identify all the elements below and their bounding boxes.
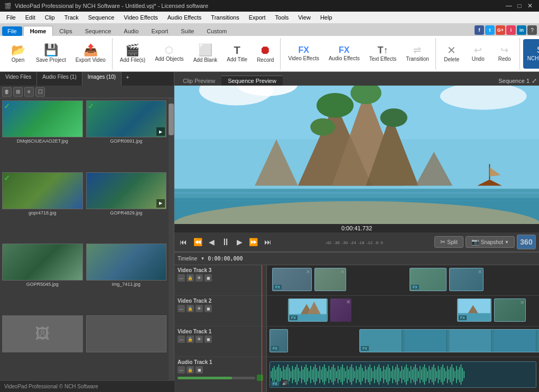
- tab-video-files[interactable]: Video Files: [0, 72, 37, 86]
- media-item-8[interactable]: [86, 315, 167, 379]
- track3-clip2-close[interactable]: ✕: [340, 269, 345, 275]
- track3-clip1-close[interactable]: ✕: [306, 269, 310, 275]
- audio-clip-settings[interactable]: 🔊: [282, 380, 288, 386]
- menu-help[interactable]: Help: [316, 13, 337, 22]
- video-effects-button[interactable]: FX Video Effects: [284, 39, 323, 69]
- track3-clip-4[interactable]: ✕: [449, 268, 484, 291]
- forward-button[interactable]: ⏩: [247, 237, 260, 247]
- audio-clip-1[interactable]: // This will be rendered as SVG elements: [270, 361, 536, 388]
- go-end-button[interactable]: ⏭: [262, 237, 274, 247]
- add-objects-button[interactable]: ⬡ Add Objects: [151, 39, 188, 69]
- menu-export[interactable]: Export: [245, 13, 270, 22]
- snapshot-button[interactable]: 📷 Snapshot ▼: [466, 236, 515, 248]
- media-view-btn[interactable]: ⊞: [13, 87, 23, 97]
- track3-clip-1[interactable]: FX ✕: [272, 268, 312, 291]
- track2-clip-4[interactable]: ✕: [494, 298, 526, 322]
- track1-lock[interactable]: 🔒: [187, 335, 194, 343]
- tab-home[interactable]: Home: [23, 26, 53, 36]
- tab-images[interactable]: Images (10): [82, 72, 122, 86]
- track3-clip-2[interactable]: ✕: [314, 268, 346, 291]
- transition-button[interactable]: ⇌ Transition: [402, 39, 433, 69]
- prev-frame-button[interactable]: ⏪: [191, 237, 205, 247]
- split-button[interactable]: ✂ Split: [434, 236, 463, 248]
- media-item-1[interactable]: ✓ DMqt6CIUEAAO2ET.jpg: [2, 100, 83, 169]
- track2-clip4-close[interactable]: ✕: [520, 300, 524, 305]
- media-item-3[interactable]: ✓ gopr4718.jpg: [2, 172, 83, 241]
- audio1-lock[interactable]: 🔒: [187, 366, 194, 374]
- media-info-btn[interactable]: ☐: [35, 87, 45, 97]
- linkedin-icon[interactable]: in: [517, 25, 526, 35]
- tab-clips[interactable]: Clips: [53, 26, 78, 36]
- tab-export[interactable]: Export: [145, 26, 174, 36]
- save-project-button[interactable]: 💾 Save Project: [32, 39, 70, 69]
- media-item-2[interactable]: ✓ ▶ GOPR0691.jpg: [86, 100, 167, 169]
- menu-clip[interactable]: Clip: [41, 13, 59, 22]
- menu-view[interactable]: View: [294, 13, 315, 22]
- audio-effects-button[interactable]: FX Audio Effects: [324, 39, 364, 69]
- playhead[interactable]: [262, 265, 262, 392]
- track1-eye[interactable]: 👁: [196, 335, 203, 343]
- go-start-button[interactable]: ⏮: [178, 237, 189, 247]
- track2-lock[interactable]: 🔒: [187, 305, 194, 312]
- vr360-button[interactable]: 360: [517, 235, 536, 249]
- timeline-dropdown-icon[interactable]: ▼: [200, 256, 205, 261]
- track2-clip-1[interactable]: FX: [288, 298, 328, 322]
- menu-audio-effects[interactable]: Audio Effects: [163, 13, 206, 22]
- track2-toggle[interactable]: —: [178, 305, 185, 312]
- sequence-preview-tab[interactable]: Sequence Preview: [221, 76, 283, 86]
- track2-clip2-close[interactable]: ✕: [346, 299, 350, 305]
- menu-tools[interactable]: Tools: [271, 13, 293, 22]
- media-item-7[interactable]: 🖼: [2, 315, 83, 379]
- track2-clip-3[interactable]: FX: [457, 298, 491, 322]
- menu-track[interactable]: Track: [60, 13, 83, 22]
- close-button[interactable]: ✕: [525, 1, 535, 11]
- audio1-toggle[interactable]: —: [178, 366, 185, 374]
- snapshot-dropdown-icon[interactable]: ▼: [505, 240, 509, 245]
- media-scrollbar[interactable]: [169, 98, 174, 380]
- track2-clip-2[interactable]: ✕: [330, 298, 351, 322]
- tab-audio-files[interactable]: Audio Files (1): [37, 72, 82, 86]
- text-effects-button[interactable]: T↑ Text Effects: [365, 39, 401, 69]
- media-item-4[interactable]: ▶ GOPR4829.jpg: [86, 172, 167, 241]
- instagram-icon[interactable]: i: [506, 25, 516, 35]
- media-item-6[interactable]: img_7411.jpg: [86, 244, 167, 312]
- track2-eye[interactable]: 👁: [196, 305, 203, 312]
- tab-custom[interactable]: Custom: [200, 26, 233, 36]
- open-button[interactable]: 📂 Open: [5, 39, 31, 69]
- add-title-button[interactable]: T Add Title: [222, 39, 252, 69]
- media-delete-btn[interactable]: 🗑: [2, 87, 12, 97]
- track3-eye[interactable]: 👁: [196, 274, 203, 282]
- maximize-button[interactable]: □: [515, 1, 524, 11]
- track2-mute[interactable]: ◼: [205, 305, 212, 312]
- track3-toggle[interactable]: —: [178, 274, 185, 282]
- menu-video-effects[interactable]: Video Effects: [119, 13, 162, 22]
- minimize-button[interactable]: —: [504, 1, 514, 11]
- menu-transitions[interactable]: Transitions: [207, 13, 243, 22]
- pause-button[interactable]: ⏸: [219, 236, 233, 249]
- track1-mute[interactable]: ◼: [205, 335, 212, 343]
- menu-edit[interactable]: Edit: [21, 13, 40, 22]
- tab-audio[interactable]: Audio: [117, 26, 145, 36]
- track1-main-clip[interactable]: FX ✕: [359, 329, 539, 352]
- redo-button[interactable]: ↪ Redo: [492, 39, 517, 69]
- track3-lock[interactable]: 🔒: [187, 274, 194, 282]
- audio1-mute[interactable]: ◼: [196, 366, 203, 374]
- add-blank-button[interactable]: ⬜ Add Blank: [189, 39, 222, 69]
- media-list-btn[interactable]: ≡: [24, 87, 34, 97]
- delete-button[interactable]: ✕ Delete: [439, 39, 464, 69]
- add-files-button[interactable]: 🎬 Add File(s): [116, 39, 150, 69]
- menu-file[interactable]: File: [2, 13, 20, 22]
- record-button[interactable]: ⏺ Record: [253, 39, 278, 69]
- tab-sequence[interactable]: Sequence: [79, 26, 118, 36]
- track1-clip-1[interactable]: FX: [270, 329, 288, 352]
- google-icon[interactable]: G+: [496, 25, 505, 35]
- tab-file[interactable]: File: [2, 26, 22, 36]
- media-scrollbar-thumb[interactable]: [169, 104, 174, 135]
- track3-mute[interactable]: ◼: [205, 274, 212, 282]
- facebook-icon[interactable]: f: [475, 25, 484, 35]
- menu-sequence[interactable]: Sequence: [84, 13, 119, 22]
- help-icon[interactable]: ?: [527, 25, 537, 35]
- undo-button[interactable]: ↩ Undo: [466, 39, 491, 69]
- track3-clip-3[interactable]: FX: [410, 268, 447, 291]
- clip-preview-tab[interactable]: Clip Preview: [176, 76, 221, 86]
